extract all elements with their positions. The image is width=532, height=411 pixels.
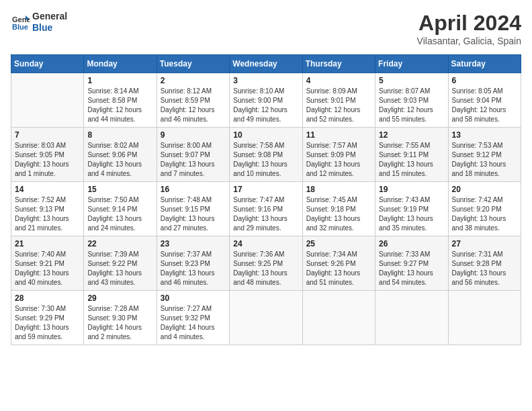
day-info: Sunrise: 8:03 AMSunset: 9:05 PMDaylight:… [15, 141, 80, 179]
empty-cell [230, 291, 302, 345]
day-number: 24 [233, 239, 298, 248]
column-header-sunday: Sunday [11, 55, 84, 73]
day-info: Sunrise: 7:39 AMSunset: 9:22 PMDaylight:… [87, 250, 152, 287]
day-number: 11 [306, 130, 371, 140]
day-cell-4: 4Sunrise: 8:09 AMSunset: 9:01 PMDaylight… [302, 73, 375, 128]
day-cell-5: 5Sunrise: 8:07 AMSunset: 9:03 PMDaylight… [375, 73, 448, 128]
day-number: 1 [87, 76, 152, 85]
day-cell-8: 8Sunrise: 8:02 AMSunset: 9:06 PMDaylight… [84, 128, 157, 182]
day-number: 8 [87, 130, 152, 140]
day-info: Sunrise: 7:36 AMSunset: 9:25 PMDaylight:… [233, 250, 298, 287]
day-number: 20 [452, 185, 517, 194]
calendar-table: SundayMondayTuesdayWednesdayThursdayFrid… [11, 54, 521, 345]
day-info: Sunrise: 7:48 AMSunset: 9:15 PMDaylight:… [161, 195, 226, 233]
month-title: April 2024 [417, 11, 521, 36]
day-info: Sunrise: 7:58 AMSunset: 9:08 PMDaylight:… [233, 141, 298, 179]
day-number: 16 [161, 185, 226, 194]
day-info: Sunrise: 7:53 AMSunset: 9:12 PMDaylight:… [452, 141, 517, 179]
day-info: Sunrise: 7:43 AMSunset: 9:19 PMDaylight:… [379, 195, 444, 233]
day-number: 29 [87, 293, 152, 303]
logo-line1: General [32, 11, 67, 22]
day-number: 10 [233, 130, 298, 140]
calendar-body: 1Sunrise: 8:14 AMSunset: 8:58 PMDaylight… [11, 73, 521, 345]
day-info: Sunrise: 8:00 AMSunset: 9:07 PMDaylight:… [161, 141, 226, 179]
day-number: 7 [15, 130, 80, 140]
column-header-thursday: Thursday [302, 55, 375, 73]
day-cell-21: 21Sunrise: 7:40 AMSunset: 9:21 PMDayligh… [11, 236, 84, 291]
day-info: Sunrise: 7:27 AMSunset: 9:32 PMDaylight:… [161, 304, 226, 342]
calendar-week-1: 1Sunrise: 8:14 AMSunset: 8:58 PMDaylight… [11, 73, 521, 128]
day-cell-29: 29Sunrise: 7:28 AMSunset: 9:30 PMDayligh… [84, 291, 157, 345]
day-info: Sunrise: 7:37 AMSunset: 9:23 PMDaylight:… [161, 250, 226, 287]
day-info: Sunrise: 7:47 AMSunset: 9:16 PMDaylight:… [233, 195, 298, 233]
day-number: 9 [161, 130, 226, 140]
day-cell-28: 28Sunrise: 7:30 AMSunset: 9:29 PMDayligh… [11, 291, 84, 345]
day-cell-20: 20Sunrise: 7:42 AMSunset: 9:20 PMDayligh… [448, 182, 521, 236]
day-number: 22 [87, 239, 152, 248]
day-number: 3 [233, 76, 298, 85]
logo-icon: General Blue [11, 13, 30, 32]
day-cell-14: 14Sunrise: 7:52 AMSunset: 9:13 PMDayligh… [11, 182, 84, 236]
day-cell-16: 16Sunrise: 7:48 AMSunset: 9:15 PMDayligh… [157, 182, 229, 236]
day-number: 2 [161, 76, 226, 85]
day-info: Sunrise: 8:05 AMSunset: 9:04 PMDaylight:… [452, 87, 517, 124]
page-header: General Blue General Blue April 2024 Vil… [11, 11, 521, 46]
day-number: 28 [15, 293, 80, 303]
day-cell-18: 18Sunrise: 7:45 AMSunset: 9:18 PMDayligh… [302, 182, 375, 236]
day-cell-15: 15Sunrise: 7:50 AMSunset: 9:14 PMDayligh… [84, 182, 157, 236]
calendar-week-5: 28Sunrise: 7:30 AMSunset: 9:29 PMDayligh… [11, 291, 521, 345]
day-number: 5 [379, 76, 444, 85]
day-info: Sunrise: 8:02 AMSunset: 9:06 PMDaylight:… [87, 141, 152, 179]
column-header-saturday: Saturday [448, 55, 521, 73]
title-block: April 2024 Vilasantar, Galicia, Spain [417, 11, 521, 46]
day-number: 19 [379, 185, 444, 194]
day-info: Sunrise: 7:42 AMSunset: 9:20 PMDaylight:… [452, 195, 517, 233]
day-cell-19: 19Sunrise: 7:43 AMSunset: 9:19 PMDayligh… [375, 182, 448, 236]
day-cell-30: 30Sunrise: 7:27 AMSunset: 9:32 PMDayligh… [157, 291, 229, 345]
day-info: Sunrise: 7:50 AMSunset: 9:14 PMDaylight:… [87, 195, 152, 233]
day-number: 27 [452, 239, 517, 248]
svg-text:Blue: Blue [12, 23, 28, 31]
empty-cell [448, 291, 521, 345]
day-info: Sunrise: 7:33 AMSunset: 9:27 PMDaylight:… [379, 250, 444, 287]
day-number: 12 [379, 130, 444, 140]
day-number: 26 [379, 239, 444, 248]
calendar-week-2: 7Sunrise: 8:03 AMSunset: 9:05 PMDaylight… [11, 128, 521, 182]
empty-cell [375, 291, 448, 345]
day-cell-9: 9Sunrise: 8:00 AMSunset: 9:07 PMDaylight… [157, 128, 229, 182]
day-cell-23: 23Sunrise: 7:37 AMSunset: 9:23 PMDayligh… [157, 236, 229, 291]
day-cell-27: 27Sunrise: 7:31 AMSunset: 9:28 PMDayligh… [448, 236, 521, 291]
column-header-wednesday: Wednesday [230, 55, 302, 73]
column-header-friday: Friday [375, 55, 448, 73]
day-info: Sunrise: 7:55 AMSunset: 9:11 PMDaylight:… [379, 141, 444, 179]
day-info: Sunrise: 7:34 AMSunset: 9:26 PMDaylight:… [306, 250, 371, 287]
day-number: 13 [452, 130, 517, 140]
day-info: Sunrise: 8:10 AMSunset: 9:00 PMDaylight:… [233, 87, 298, 124]
day-number: 21 [15, 239, 80, 248]
day-number: 14 [15, 185, 80, 194]
column-header-tuesday: Tuesday [157, 55, 229, 73]
day-cell-22: 22Sunrise: 7:39 AMSunset: 9:22 PMDayligh… [84, 236, 157, 291]
logo: General Blue General Blue [11, 11, 67, 34]
day-info: Sunrise: 8:07 AMSunset: 9:03 PMDaylight:… [379, 87, 444, 124]
empty-cell [302, 291, 375, 345]
day-info: Sunrise: 8:14 AMSunset: 8:58 PMDaylight:… [87, 87, 152, 124]
day-cell-2: 2Sunrise: 8:12 AMSunset: 8:59 PMDaylight… [157, 73, 229, 128]
day-cell-11: 11Sunrise: 7:57 AMSunset: 9:09 PMDayligh… [302, 128, 375, 182]
logo-line2: Blue [32, 22, 67, 34]
day-cell-25: 25Sunrise: 7:34 AMSunset: 9:26 PMDayligh… [302, 236, 375, 291]
day-cell-3: 3Sunrise: 8:10 AMSunset: 9:00 PMDaylight… [230, 73, 302, 128]
day-number: 4 [306, 76, 371, 85]
day-cell-1: 1Sunrise: 8:14 AMSunset: 8:58 PMDaylight… [84, 73, 157, 128]
day-info: Sunrise: 7:28 AMSunset: 9:30 PMDaylight:… [87, 304, 152, 342]
calendar-header-row: SundayMondayTuesdayWednesdayThursdayFrid… [11, 55, 521, 73]
day-info: Sunrise: 8:09 AMSunset: 9:01 PMDaylight:… [306, 87, 371, 124]
day-info: Sunrise: 7:57 AMSunset: 9:09 PMDaylight:… [306, 141, 371, 179]
day-cell-13: 13Sunrise: 7:53 AMSunset: 9:12 PMDayligh… [448, 128, 521, 182]
day-number: 25 [306, 239, 371, 248]
day-number: 18 [306, 185, 371, 194]
calendar-week-4: 21Sunrise: 7:40 AMSunset: 9:21 PMDayligh… [11, 236, 521, 291]
column-header-monday: Monday [84, 55, 157, 73]
day-number: 30 [161, 293, 226, 303]
day-number: 6 [452, 76, 517, 85]
